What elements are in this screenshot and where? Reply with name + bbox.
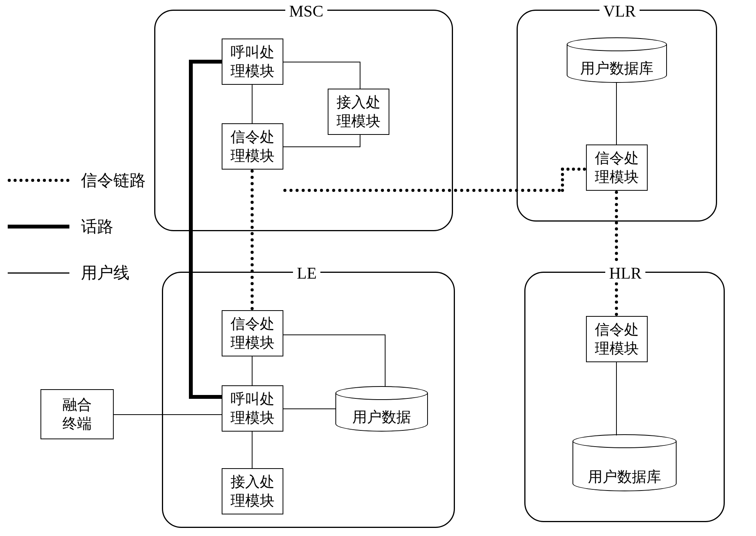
msc-container xyxy=(154,10,453,231)
module-label-line1: 信令处 xyxy=(595,320,639,339)
connector xyxy=(385,334,386,386)
hlr-title: HLR xyxy=(605,264,645,282)
dashed-line-icon xyxy=(8,179,69,182)
connector xyxy=(283,334,386,335)
hlr-database: 用户数据库 xyxy=(572,441,677,491)
le-access-module: 接入处 理模块 xyxy=(222,468,283,514)
module-label-line1: 接入处 xyxy=(337,93,381,112)
module-label-line2: 终端 xyxy=(62,414,92,433)
signal-link-connector xyxy=(561,168,586,171)
msc-title: MSC xyxy=(285,2,327,20)
connector xyxy=(283,146,360,147)
cylinder-label: 用户数据 xyxy=(336,407,427,427)
cylinder-label: 用户数据库 xyxy=(567,59,666,78)
thick-line-icon xyxy=(8,225,69,229)
module-label-line2: 理模块 xyxy=(595,339,639,358)
voice-path-connector xyxy=(189,60,193,399)
connector xyxy=(360,62,360,89)
module-label-line1: 呼叫处 xyxy=(231,43,274,62)
legend-label: 话路 xyxy=(81,216,113,237)
module-label-line2: 理模块 xyxy=(231,62,274,81)
le-signal-module: 信令处 理模块 xyxy=(222,310,283,356)
module-label-line1: 接入处 xyxy=(231,472,274,491)
le-call-module: 呼叫处 理模块 xyxy=(222,385,283,432)
thin-line-icon xyxy=(8,272,69,274)
hlr-signal-module: 信令处 理模块 xyxy=(586,316,648,362)
module-label-line1: 信令处 xyxy=(595,149,639,168)
msc-access-module: 接入处 理模块 xyxy=(328,89,389,135)
voice-path-connector xyxy=(189,60,222,64)
legend-signal-link: 信令链路 xyxy=(8,170,146,191)
signal-link-connector xyxy=(283,189,561,192)
module-label-line2: 理模块 xyxy=(231,333,274,352)
connector xyxy=(252,432,253,468)
module-label-line1: 信令处 xyxy=(231,128,274,146)
vlr-database: 用户数据库 xyxy=(567,44,667,83)
module-label-line2: 理模块 xyxy=(231,491,274,510)
vlr-signal-module: 信令处 理模块 xyxy=(586,145,648,191)
module-label-line2: 理模块 xyxy=(231,146,274,165)
msc-call-module: 呼叫处 理模块 xyxy=(222,39,283,85)
signal-link-connector xyxy=(561,168,564,192)
module-label-line1: 呼叫处 xyxy=(231,390,274,408)
module-label-line1: 融合 xyxy=(62,395,92,414)
cylinder-label: 用户数据库 xyxy=(573,467,676,487)
connector xyxy=(616,362,617,435)
connector xyxy=(252,356,253,385)
legend-label: 信令链路 xyxy=(81,170,146,191)
connector xyxy=(283,408,335,409)
connector xyxy=(360,135,360,147)
module-label-line1: 信令处 xyxy=(231,314,274,333)
connector xyxy=(252,85,253,123)
legend-label: 用户线 xyxy=(81,262,130,284)
msc-signal-module: 信令处 理模块 xyxy=(222,123,283,170)
vlr-title: VLR xyxy=(599,2,640,20)
legend-user-line: 用户线 xyxy=(8,262,130,284)
module-label-line2: 理模块 xyxy=(231,408,274,427)
fusion-terminal: 融合 终端 xyxy=(40,389,114,439)
signal-link-connector xyxy=(251,170,254,310)
module-label-line2: 理模块 xyxy=(337,112,381,131)
user-line-connector xyxy=(114,414,222,415)
signal-link-connector xyxy=(615,191,618,316)
module-label-line2: 理模块 xyxy=(595,168,639,187)
le-title: LE xyxy=(293,264,320,282)
connector xyxy=(283,62,360,62)
voice-path-connector xyxy=(189,395,222,399)
legend-voice-path: 话路 xyxy=(8,216,113,237)
connector xyxy=(616,83,617,145)
le-database: 用户数据 xyxy=(335,393,428,432)
